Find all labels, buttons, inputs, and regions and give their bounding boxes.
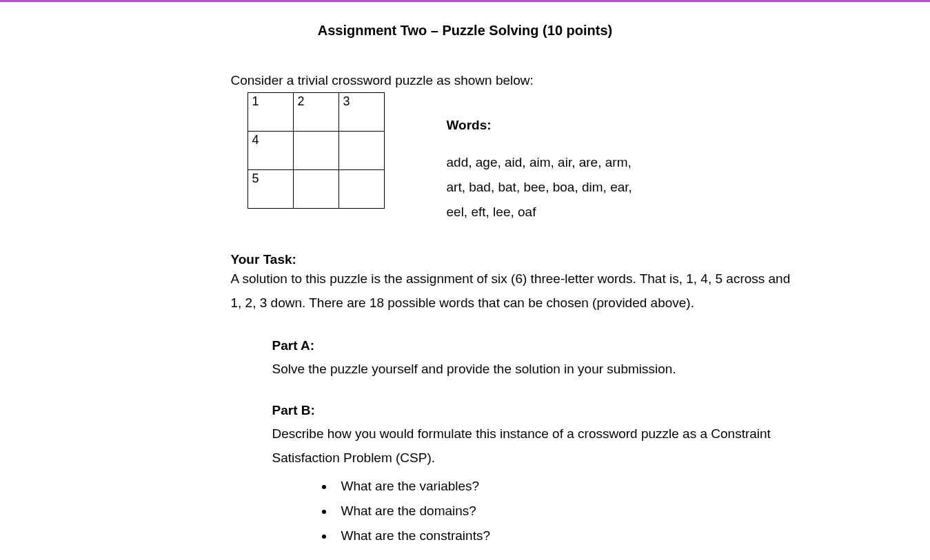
intro-text: Consider a trivial crossword puzzle as s… — [231, 73, 803, 88]
task-description: A solution to this puzzle is the assignm… — [231, 267, 803, 314]
page-title: Assignment Two – Puzzle Solving (10 poin… — [128, 23, 803, 39]
grid-cell: 2 — [293, 93, 338, 132]
words-line: eel, eft, lee, oaf — [447, 200, 632, 225]
part-b-block: Part B: Describe how you would formulate… — [272, 399, 803, 548]
words-line: add, age, aid, aim, air, are, arm, — [447, 150, 632, 175]
grid-cell — [293, 132, 338, 170]
list-item: What are the domains? — [334, 499, 803, 523]
part-b-body: Describe how you would formulate this in… — [272, 422, 803, 469]
words-block: Words: add, age, aid, aim, air, are, arm… — [447, 92, 632, 225]
table-row: 5 — [247, 170, 384, 209]
words-heading: Words: — [447, 113, 632, 138]
grid-cell: 5 — [247, 170, 293, 209]
crossword-grid: 1 2 3 4 5 — [247, 92, 385, 209]
grid-cell — [338, 170, 384, 209]
task-heading: Your Task: — [231, 252, 803, 267]
grid-cell: 3 — [338, 93, 384, 132]
part-b-bullets: What are the variables? What are the dom… — [272, 474, 803, 548]
part-a-heading: Part A: — [272, 334, 803, 357]
part-a-body: Solve the puzzle yourself and provide th… — [272, 357, 803, 381]
grid-cell — [338, 132, 384, 170]
part-a-block: Part A: Solve the puzzle yourself and pr… — [272, 334, 803, 381]
table-row: 4 — [247, 132, 384, 170]
grid-words-row: 1 2 3 4 5 Words: add, age, aid, aim, air… — [247, 92, 803, 225]
grid-cell: 1 — [247, 93, 293, 132]
table-row: 1 2 3 — [247, 93, 384, 132]
grid-cell — [293, 170, 338, 209]
document-page: Assignment Two – Puzzle Solving (10 poin… — [86, 2, 845, 560]
words-line: art, bad, bat, bee, boa, dim, ear, — [447, 175, 632, 200]
part-b-heading: Part B: — [272, 399, 803, 422]
list-item: What are the variables? — [334, 474, 803, 499]
list-item: What are the constraints? — [334, 523, 803, 548]
grid-cell: 4 — [247, 132, 293, 170]
